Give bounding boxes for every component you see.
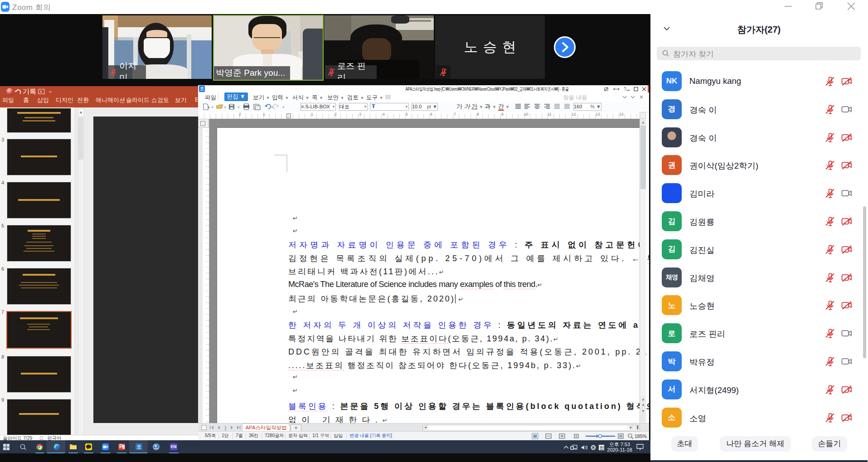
svg-text:▼: ▼ [211,106,214,109]
svg-text:▼: ▼ [282,106,285,109]
svg-text:185%: 185% [635,433,647,439]
svg-text:▼: ▼ [271,106,274,109]
svg-text:▼: ▼ [223,106,227,109]
svg-text:+: + [157,447,159,449]
svg-text:한: 한 [600,445,605,450]
svg-text:▼: ▼ [237,106,240,109]
